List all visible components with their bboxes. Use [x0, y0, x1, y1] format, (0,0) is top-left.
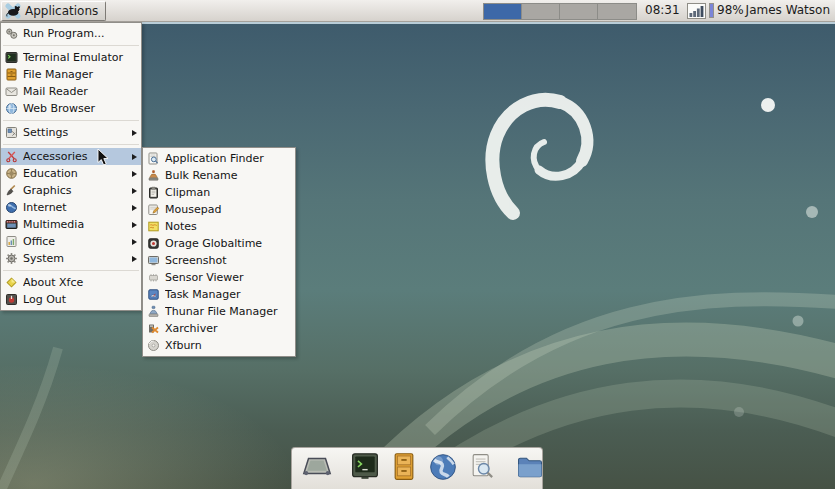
workspace-3[interactable] [560, 4, 598, 19]
applications-menu: Run Program... Terminal Emulator File Ma… [0, 22, 142, 311]
menu-item-label: Web Browser [23, 102, 137, 115]
submenu-item-clipman[interactable]: Clipman [143, 184, 295, 201]
diamond-icon [5, 276, 18, 289]
globe-icon [427, 452, 459, 482]
submenu-item-label: Thunar File Manager [165, 305, 291, 318]
submenu-item-xarchiver[interactable]: Xarchiver [143, 320, 295, 337]
dock-show-desktop-button[interactable] [301, 451, 333, 483]
disc-icon [147, 339, 160, 352]
sensor-icon [147, 271, 160, 284]
scissors-icon [5, 150, 18, 163]
submenu-item-task-manager[interactable]: Task Manager [143, 286, 295, 303]
dock-file-cabinet-button[interactable] [388, 451, 420, 483]
submenu-item-bulk-rename[interactable]: Bulk Rename [143, 167, 295, 184]
submenu-item-sensor-viewer[interactable]: Sensor Viewer [143, 269, 295, 286]
film-icon [5, 218, 18, 231]
mousepad-icon [147, 203, 160, 216]
applications-menu-button[interactable]: Applications [1, 1, 106, 21]
menu-item-run-program[interactable]: Run Program... [1, 25, 141, 42]
menu-item-settings[interactable]: Settings [1, 124, 141, 141]
settings-icon [5, 126, 18, 139]
file-cabinet-icon [5, 68, 18, 81]
debian-swirl-logo [492, 100, 587, 213]
workspace-4[interactable] [598, 4, 636, 19]
submenu-item-label: Orage Globaltime [165, 237, 291, 250]
submenu-arrow-icon [132, 256, 137, 262]
battery-bar-icon [709, 3, 714, 18]
internet-globe-icon [5, 201, 18, 214]
paintbrush-icon [5, 184, 18, 197]
dock-application-finder-button[interactable] [466, 451, 498, 483]
xfce-mouse-icon [5, 3, 21, 19]
submenu-item-notes[interactable]: Notes [143, 218, 295, 235]
menu-item-file-manager[interactable]: File Manager [1, 66, 141, 83]
submenu-arrow-icon [132, 205, 137, 211]
gears-icon [5, 27, 18, 40]
submenu-item-label: Xfburn [165, 339, 291, 352]
submenu-arrow-icon [132, 239, 137, 245]
thunar-stamp-icon [147, 305, 160, 318]
top-panel: Applications 08:31 98% James Watson [0, 0, 835, 22]
submenu-item-thunar-file-manager[interactable]: Thunar File Manager [143, 303, 295, 320]
submenu-item-label: Notes [165, 220, 291, 233]
dock-web-browser-button[interactable] [427, 451, 459, 483]
submenu-arrow-icon [132, 222, 137, 228]
menu-separator [3, 144, 139, 145]
gear-icon [5, 252, 18, 265]
menu-item-multimedia[interactable]: Multimedia [1, 216, 141, 233]
mail-icon [5, 85, 18, 98]
submenu-item-mousepad[interactable]: Mousepad [143, 201, 295, 218]
submenu-item-label: Screenshot [165, 254, 291, 267]
office-icon [5, 235, 18, 248]
application-finder-icon [466, 452, 498, 482]
submenu-item-label: Application Finder [165, 152, 291, 165]
clipboard-icon [147, 186, 160, 199]
clock[interactable]: 08:31 [645, 3, 680, 17]
dock-terminal-button[interactable] [349, 451, 381, 483]
menu-item-web-browser[interactable]: Web Browser [1, 100, 141, 117]
menu-item-accessories[interactable]: Accessories [1, 148, 141, 165]
task-manager-icon [147, 288, 160, 301]
menu-item-mail-reader[interactable]: Mail Reader [1, 83, 141, 100]
submenu-arrow-icon [132, 130, 137, 136]
file-cabinet-icon [388, 452, 420, 482]
menu-item-graphics[interactable]: Graphics [1, 182, 141, 199]
screenshot-icon [147, 254, 160, 267]
menu-item-system[interactable]: System [1, 250, 141, 267]
menu-item-label: Run Program... [23, 27, 137, 40]
dock-file-manager-button[interactable] [514, 451, 546, 483]
submenu-item-screenshot[interactable]: Screenshot [143, 252, 295, 269]
bottom-dock-panel [291, 447, 543, 489]
app-finder-icon [147, 152, 160, 165]
show-desktop-icon [301, 452, 333, 482]
menu-item-label: About Xfce [23, 276, 137, 289]
workspace-2[interactable] [522, 4, 560, 19]
menu-item-label: Accessories [23, 150, 125, 163]
menu-item-label: Graphics [23, 184, 125, 197]
menu-separator [3, 120, 139, 121]
menu-item-terminal-emulator[interactable]: Terminal Emulator [1, 49, 141, 66]
menu-item-internet[interactable]: Internet [1, 199, 141, 216]
menu-item-office[interactable]: Office [1, 233, 141, 250]
menu-item-label: Terminal Emulator [23, 51, 137, 64]
submenu-item-label: Bulk Rename [165, 169, 291, 182]
menu-item-about-xfce[interactable]: About Xfce [1, 274, 141, 291]
xarchiver-icon [147, 322, 160, 335]
submenu-item-xfburn[interactable]: Xfburn [143, 337, 295, 354]
menu-item-education[interactable]: Education [1, 165, 141, 182]
menu-item-label: Internet [23, 201, 125, 214]
user-name-button[interactable]: James Watson [746, 3, 830, 17]
education-icon [5, 167, 18, 180]
menu-item-log-out[interactable]: Log Out [1, 291, 141, 308]
stamp-icon [147, 169, 160, 182]
menu-item-label: Mail Reader [23, 85, 137, 98]
workspace-1-active[interactable] [484, 4, 522, 19]
applications-button-label: Applications [25, 4, 98, 18]
submenu-item-orage-globaltime[interactable]: Orage Globaltime [143, 235, 295, 252]
menu-separator [3, 270, 139, 271]
submenu-item-application-finder[interactable]: Application Finder [143, 150, 295, 167]
submenu-item-label: Mousepad [165, 203, 291, 216]
battery-percentage: 98% [717, 3, 744, 17]
submenu-item-label: Task Manager [165, 288, 291, 301]
menu-separator [3, 45, 139, 46]
